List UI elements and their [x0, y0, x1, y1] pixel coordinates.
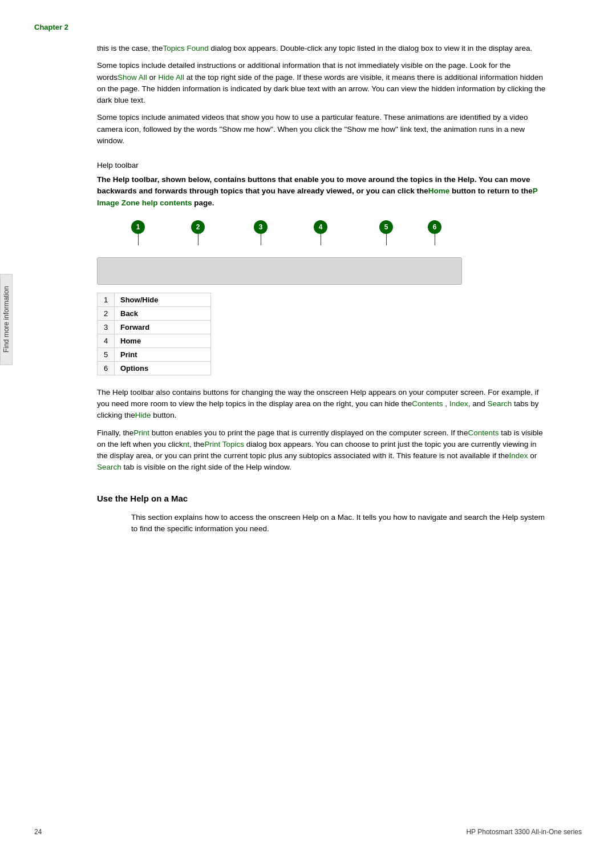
line-2	[198, 234, 198, 245]
toolbar-number-3: 3	[254, 220, 268, 245]
table-num-4: 4	[98, 334, 115, 347]
p4-end: page.	[192, 199, 214, 207]
toolbar-number-2: 2	[191, 220, 205, 245]
table-row: 6 Options	[98, 361, 211, 375]
p1-cont: dialog box appears. Double-click any top…	[209, 44, 532, 52]
line-1	[138, 234, 139, 245]
table-num-1: 1	[98, 293, 115, 306]
toolbar-numbers-row: 1 2 3 4	[97, 220, 473, 257]
search-link[interactable]: Search	[487, 399, 512, 408]
table-row: 3 Forward	[98, 320, 211, 334]
section-title-text: Help toolbar	[97, 161, 139, 169]
nt-link[interactable]: nt	[183, 440, 189, 448]
circle-5: 5	[379, 220, 393, 234]
line-3	[261, 234, 261, 245]
table-label-2: Back	[115, 306, 211, 320]
paragraph-7: This section explains how to access the …	[131, 512, 548, 535]
line-4	[321, 234, 321, 245]
print-topics-link[interactable]: Print Topics	[204, 440, 244, 448]
p3-text: Some topics include animated videos that…	[97, 113, 528, 145]
p6-cont1: button enables you to print the page tha…	[149, 428, 468, 437]
table-num-6: 6	[98, 361, 115, 375]
page-number: 24	[34, 828, 42, 836]
search-link-2[interactable]: Search	[97, 463, 121, 471]
p6-end: tab is visible on the right side of the …	[121, 463, 291, 471]
paragraph-6: Finally, thePrint button enables you to …	[97, 427, 548, 474]
paragraph-2: Some topics include detailed instruction…	[97, 60, 548, 106]
table-num-2: 2	[98, 306, 115, 320]
table-label-1: Show/Hide	[115, 293, 211, 306]
toolbar-number-1: 1	[131, 220, 145, 245]
line-5	[386, 234, 387, 245]
toolbar-table: 1 Show/Hide 2 Back 3 Forward 4 Home	[97, 293, 211, 375]
footer: 24 HP Photosmart 3300 All-in-One series	[0, 828, 616, 836]
paragraph-3: Some topics include animated videos that…	[97, 112, 548, 147]
content-area: this is the case, theTopics Found dialog…	[97, 43, 548, 535]
paragraph-1: this is the case, theTopics Found dialog…	[97, 43, 548, 54]
chapter-label: Chapter 2	[34, 23, 582, 31]
p6-mid: or	[528, 451, 537, 460]
index-link-2[interactable]: Index	[509, 451, 528, 460]
contents-link-2[interactable]: Contents	[468, 428, 499, 437]
toolbar-number-6: 6	[428, 220, 441, 245]
show-all-link[interactable]: Show All	[117, 73, 147, 82]
use-help-mac-title: Use the Help on a Mac	[97, 494, 548, 503]
table-label-6: Options	[115, 361, 211, 375]
circle-3: 3	[254, 220, 268, 234]
p4-cont: button to return to the	[449, 187, 532, 195]
paragraph-5: The Help toolbar also contains buttons f…	[97, 387, 548, 422]
print-link[interactable]: Print	[133, 428, 149, 437]
table-label-5: Print	[115, 347, 211, 361]
help-toolbar-section-title: Help toolbar	[97, 161, 548, 169]
use-help-mac-title-text: Use the Help on a Mac	[97, 494, 188, 503]
sidebar-label: Find more information	[2, 286, 10, 353]
table-row: 5 Print	[98, 347, 211, 361]
p6-cont3: , the	[189, 440, 204, 448]
table-label-4: Home	[115, 334, 211, 347]
paragraph-4: The Help toolbar, shown below, contains …	[97, 174, 548, 209]
topics-found-link[interactable]: Topics Found	[163, 44, 209, 52]
p5-mid1: ,	[443, 399, 449, 408]
circle-1: 1	[131, 220, 145, 234]
toolbar-number-4: 4	[314, 220, 327, 245]
product-name: HP Photosmart 3300 All-in-One series	[466, 828, 582, 836]
line-6	[435, 234, 435, 245]
table-num-5: 5	[98, 347, 115, 361]
hide-link[interactable]: Hide	[135, 411, 151, 419]
page: Find more information Chapter 2 this is …	[0, 0, 616, 853]
table-row: 1 Show/Hide	[98, 293, 211, 306]
p1-text: this is the case, the	[97, 44, 163, 52]
table-row: 2 Back	[98, 306, 211, 320]
p2-mid: or	[147, 73, 156, 82]
toolbar-number-5: 5	[379, 220, 393, 245]
toolbar-bar	[97, 257, 462, 285]
toolbar-diagram: 1 2 3 4	[97, 220, 548, 375]
contents-link[interactable]: Contents	[412, 399, 443, 408]
home-link[interactable]: Home	[428, 187, 450, 195]
index-link[interactable]: Index	[449, 399, 468, 408]
p6-start: Finally, the	[97, 428, 133, 437]
circle-4: 4	[314, 220, 327, 234]
table-num-3: 3	[98, 320, 115, 334]
hide-all-link[interactable]: Hide All	[156, 73, 185, 82]
p7-text: This section explains how to access the …	[131, 513, 545, 533]
circle-6: 6	[428, 220, 441, 234]
sidebar-tab: Find more information	[0, 274, 13, 365]
p5-mid2: , and	[468, 399, 488, 408]
table-row: 4 Home	[98, 334, 211, 347]
p5-end: button.	[151, 411, 177, 419]
circle-2: 2	[191, 220, 205, 234]
table-label-3: Forward	[115, 320, 211, 334]
